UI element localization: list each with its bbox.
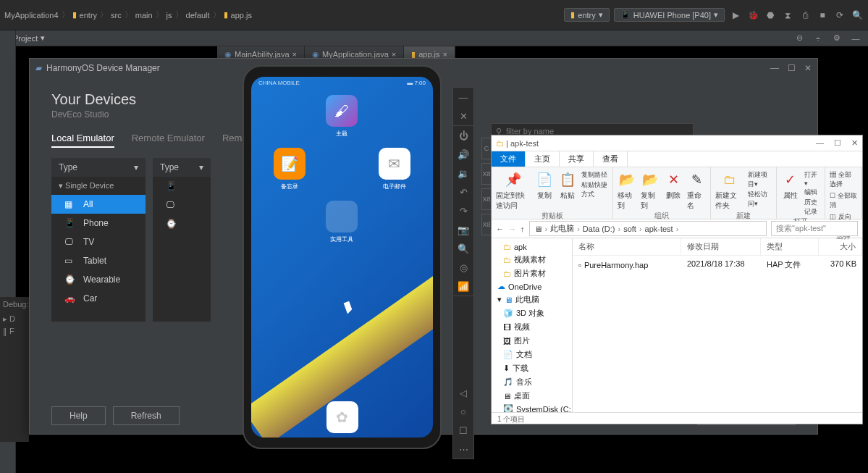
dm-dev-tv[interactable]: 🖵 — [153, 196, 211, 214]
dm-item-phone[interactable]: 📱Phone — [51, 214, 146, 233]
ribbon-paste-shortcut[interactable]: 粘贴快捷方式 — [581, 180, 608, 199]
col-date[interactable]: 修改日期 — [681, 238, 761, 255]
emu-more-icon[interactable]: ⋯ — [453, 440, 473, 459]
tree-videos[interactable]: 🎞视频 — [493, 320, 570, 334]
marker-x3[interactable]: X8 — [481, 214, 492, 235]
phone-dock[interactable]: ✿ — [326, 401, 358, 433]
dm-item-tv[interactable]: 🖵TV — [51, 233, 146, 251]
emu-home-icon[interactable]: ○ — [453, 402, 473, 421]
dm-dev-watch[interactable]: ⌚ — [153, 214, 211, 233]
ribbon-copy-path[interactable]: 复制路径 — [581, 170, 608, 180]
explorer-search[interactable]: 搜索"apk-test" — [771, 221, 858, 236]
ribbon-open[interactable]: 打开▾ — [804, 170, 820, 187]
bc-src[interactable]: src — [111, 11, 122, 20]
exp-maximize-icon[interactable]: ☐ — [834, 138, 841, 148]
tree-3d[interactable]: 🧊3D 对象 — [493, 306, 570, 320]
tree-pictures[interactable]: 🖼图片 — [493, 334, 570, 348]
col-type[interactable]: 类型 — [761, 238, 819, 255]
tree-music[interactable]: 🎵音乐 — [493, 375, 570, 389]
dm-item-all[interactable]: ▦All — [51, 195, 146, 214]
tree-apk[interactable]: 🗀apk — [493, 241, 570, 253]
phone-emulator[interactable]: CHINA MOBILE ▬ 7:00 🖌 主题 📝 备忘录 ✉ 电子邮件 实用 — [243, 65, 442, 449]
bc-file[interactable]: ▮app.js — [224, 10, 252, 20]
dm-group-single[interactable]: ▾ Single Device — [51, 177, 146, 195]
app-memo[interactable]: 📝 备忘录 — [266, 148, 313, 191]
emu-close-icon[interactable]: ✕ — [453, 106, 473, 125]
emu-wifi-icon[interactable]: 📶 — [453, 277, 473, 296]
app-tools[interactable]: 实用工具 — [318, 201, 366, 243]
tree-desktop[interactable]: 🖥桌面 — [493, 389, 570, 403]
dm-item-car[interactable]: 🚗Car — [51, 289, 146, 308]
address-bar[interactable]: 🖥› 此电脑› Data (D:)› soft› apk-test› — [529, 221, 767, 236]
tree-videosrc[interactable]: 🗀视频素材 — [493, 253, 570, 267]
bc-entry[interactable]: ▮entry — [72, 10, 97, 20]
dm-tab-local[interactable]: Local Emulator — [51, 133, 114, 148]
emu-back-icon[interactable]: ◁ — [453, 383, 473, 402]
tree-imgsrc[interactable]: 🗀图片素材 — [493, 267, 570, 280]
exp-tab-view[interactable]: 查看 — [594, 151, 628, 167]
ribbon-move[interactable]: 📂移动到 — [618, 170, 636, 211]
ribbon-paste[interactable]: 📋粘贴 — [558, 170, 577, 211]
emu-volume-up-icon[interactable]: 🔊 — [453, 145, 473, 164]
emu-volume-down-icon[interactable]: 🔉 — [453, 164, 473, 183]
ribbon-history[interactable]: 历史记录 — [804, 198, 820, 217]
exp-minimize-icon[interactable]: — — [816, 138, 824, 148]
maximize-icon[interactable]: ☐ — [788, 63, 796, 73]
ribbon-delete[interactable]: ✕删除 — [664, 170, 683, 211]
emu-zoom-icon[interactable]: 🔍 — [453, 239, 473, 258]
stop-icon[interactable]: ■ — [816, 9, 829, 22]
ribbon-newitem[interactable]: 新建项目▾ — [748, 170, 771, 189]
bc-project[interactable]: MyApplication4 — [4, 11, 59, 20]
emu-screenshot-icon[interactable]: 📷 — [453, 220, 473, 239]
emu-power-icon[interactable]: ⏻ — [453, 126, 473, 145]
minimize-icon[interactable]: — — [770, 63, 779, 73]
sync-icon[interactable]: ⟳ — [833, 9, 846, 22]
dm-tab-remote-emu[interactable]: Remote Emulator — [132, 133, 205, 148]
ribbon-rename[interactable]: ✎重命名 — [687, 170, 706, 211]
app-theme[interactable]: 🖌 主题 — [318, 95, 366, 138]
help-button[interactable]: Help — [51, 406, 106, 425]
bc-js[interactable]: js — [167, 11, 172, 20]
exp-close-icon[interactable]: ✕ — [851, 138, 858, 148]
app-email[interactable]: ✉ 电子邮件 — [371, 148, 418, 191]
nav-forward-icon[interactable]: → — [508, 225, 516, 233]
close-icon[interactable]: ✕ — [804, 63, 812, 73]
col-size[interactable]: 大小 — [819, 238, 862, 255]
ribbon-pin[interactable]: 📌固定到快速访问 — [496, 170, 531, 211]
emu-rotate-left-icon[interactable]: ↶ — [453, 183, 473, 201]
emu-minimize-icon[interactable]: — — [453, 88, 473, 106]
bc-default[interactable]: default — [186, 11, 210, 20]
ribbon-easyaccess[interactable]: 轻松访问▾ — [748, 190, 771, 209]
marker-x2[interactable]: X8 — [481, 188, 492, 210]
coverage-icon[interactable]: ⬣ — [764, 9, 777, 22]
exp-tab-share[interactable]: 共享 — [560, 151, 594, 167]
col-name[interactable]: 名称 — [573, 238, 681, 255]
ribbon-selectnone[interactable]: ☐ 全部取消 — [830, 191, 857, 210]
emu-recent-icon[interactable]: ☐ — [453, 421, 473, 440]
ribbon-copyto[interactable]: 📂复制到 — [641, 170, 660, 211]
debug-label[interactable]: Debug: — [3, 300, 26, 309]
search-icon[interactable]: 🔍 — [851, 9, 864, 22]
tree-onedrive[interactable]: ☁OneDrive — [493, 280, 570, 293]
ribbon-selectall[interactable]: ▦ 全部选择 — [830, 170, 857, 189]
file-row[interactable]: ▫PureHarmony.hap 2021/8/18 17:38 HAP 文件 … — [573, 256, 862, 274]
ribbon-edit[interactable]: 编辑 — [804, 188, 820, 197]
marker-c[interactable]: C — [481, 138, 492, 159]
refresh-button[interactable]: Refresh — [113, 406, 180, 425]
nav-up-icon[interactable]: ↑ — [521, 225, 525, 233]
ribbon-properties[interactable]: ✓属性 — [781, 170, 800, 217]
tree-documents[interactable]: 📄文档 — [493, 348, 570, 361]
ribbon-newfolder[interactable]: 🗀新建文件夹 — [715, 170, 743, 211]
run-icon[interactable]: ▶ — [729, 9, 742, 22]
tree-systemdisk[interactable]: 💽SystemDisk (C: — [493, 403, 570, 412]
exp-tab-file[interactable]: 文件 — [492, 151, 526, 167]
dm-item-wearable[interactable]: ⌚Wearable — [51, 270, 146, 289]
bc-main[interactable]: main — [135, 11, 153, 20]
ribbon-copy[interactable]: 📄复制 — [535, 170, 554, 211]
marker-x1[interactable]: X8 — [481, 163, 492, 185]
attach-icon[interactable]: ⎙ — [799, 9, 812, 22]
dm-dev-phone[interactable]: 📱 — [153, 177, 211, 196]
tree-pc[interactable]: ▾ 🖥此电脑 — [493, 293, 570, 306]
dm-item-tablet[interactable]: ▭Tablet — [51, 251, 146, 270]
device-selector[interactable]: 📱HUAWEI Phone [P40]▾ — [614, 8, 725, 22]
